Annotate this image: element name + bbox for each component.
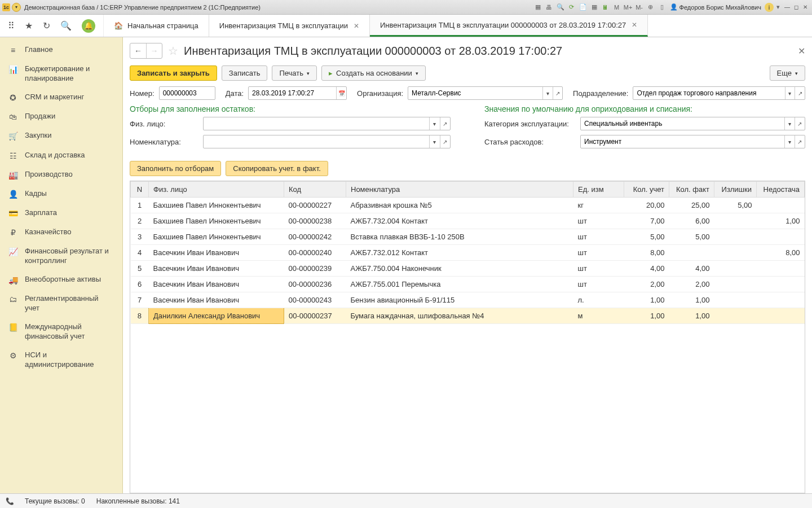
col-code[interactable]: Код <box>284 182 346 198</box>
panel-icon[interactable]: ▯ <box>657 3 667 12</box>
dropdown-icon[interactable]: ▾ <box>785 87 795 99</box>
calculator-icon[interactable]: 🖩 <box>601 3 610 12</box>
zoom-in-icon[interactable]: ⊕ <box>646 3 655 12</box>
print-button[interactable]: Печать▾ <box>272 65 317 81</box>
close-icon[interactable]: ✕ <box>632 21 637 29</box>
app-menu-dropdown[interactable]: ▾ <box>12 3 21 12</box>
col-surplus[interactable]: Излишки <box>714 182 757 198</box>
create-based-on-button[interactable]: ▸Создать на основании▾ <box>321 65 426 81</box>
sidebar-item[interactable]: ☷Склад и доставка <box>0 146 122 165</box>
save-button[interactable]: Записать <box>222 65 268 81</box>
history-icon[interactable]: ↻ <box>43 20 50 31</box>
number-input[interactable] <box>160 89 215 97</box>
tab-inventory-list[interactable]: Инвентаризация ТМЦ в эксплуатации ✕ <box>209 15 370 37</box>
person-filter-input[interactable] <box>204 120 429 128</box>
tab-home[interactable]: 🏠 Начальная страница <box>104 15 209 37</box>
close-document-button[interactable]: ✕ <box>798 46 805 56</box>
search-file-icon[interactable]: 🔍 <box>556 3 565 12</box>
memory-m-icon[interactable]: M <box>612 3 621 12</box>
nomen-filter-wrap: ▾ ↗ <box>203 135 451 148</box>
date-input[interactable] <box>249 89 336 97</box>
dropdown-icon[interactable]: ▾ <box>784 135 795 148</box>
refresh-icon[interactable]: ⟳ <box>567 3 576 12</box>
col-unit[interactable]: Ед. изм <box>573 182 624 198</box>
sidebar-item[interactable]: 🛒Закупки <box>0 126 122 146</box>
open-ref-icon[interactable]: ↗ <box>795 135 805 148</box>
user-menu[interactable]: 👤 Федоров Борис Михайлович <box>670 3 761 11</box>
fill-by-filter-button[interactable]: Заполнить по отборам <box>130 161 221 176</box>
table-row[interactable]: 6 Васечкин Иван Иванович 00-00000236 АЖБ… <box>131 277 805 292</box>
sidebar-item[interactable]: 📈Финансовый результат и контроллинг <box>0 242 122 270</box>
cell-nomen: АЖБ7.750.004 Наконечник <box>346 261 573 277</box>
sidebar-item[interactable]: 🏭Производство <box>0 165 122 185</box>
sidebar-item[interactable]: 📒Международный финансовый учет <box>0 318 122 346</box>
apps-grid-icon[interactable]: ⠿ <box>8 20 15 31</box>
notifications-bell-icon[interactable]: 🔔 <box>82 19 95 33</box>
forward-button[interactable]: → <box>146 43 162 58</box>
dropdown-icon[interactable]: ▾ <box>429 135 439 148</box>
minimize-button[interactable]: — <box>783 3 792 11</box>
table-row[interactable]: 4 Васечкин Иван Иванович 00-00000240 АЖБ… <box>131 245 805 261</box>
more-button[interactable]: Еще▾ <box>770 65 805 81</box>
back-button[interactable]: ← <box>130 43 146 58</box>
open-ref-icon[interactable]: ↗ <box>440 135 450 148</box>
close-icon[interactable]: ✕ <box>354 22 359 30</box>
cell-surplus <box>714 261 757 277</box>
sidebar-item[interactable]: 🗂Регламентированный учет <box>0 290 122 318</box>
sidebar-item[interactable]: 👤Кадры <box>0 185 122 204</box>
dropdown-icon[interactable]: ▾ <box>784 117 795 130</box>
search-icon[interactable]: 🔍 <box>60 20 72 31</box>
table-row[interactable]: 2 Бахшиев Павел Иннокентьевич 00-0000023… <box>131 213 805 229</box>
calendar-picker-icon[interactable]: 📅 <box>336 87 346 99</box>
sidebar-item[interactable]: ✪CRM и маркетинг <box>0 88 122 107</box>
dropdown-icon[interactable]: ▾ <box>542 87 552 99</box>
sidebar-item-icon: 🗂 <box>8 294 18 304</box>
calendar-icon[interactable]: ▦ <box>590 3 599 12</box>
info-icon[interactable]: i <box>765 3 774 12</box>
sidebar-item[interactable]: ≡Главное <box>0 41 122 60</box>
maximize-button[interactable]: ◻ <box>792 3 801 11</box>
table-row[interactable]: 7 Васечкин Иван Иванович 00-00000243 Бен… <box>131 292 805 308</box>
items-table[interactable]: N Физ. лицо Код Номенклатура Ед. изм Кол… <box>130 181 805 493</box>
table-row[interactable]: 1 Бахшиев Павел Иннокентьевич 00-0000022… <box>131 198 805 213</box>
sidebar-item[interactable]: ₽Казначейство <box>0 223 122 242</box>
sidebar-item[interactable]: 💳Зарплата <box>0 204 122 223</box>
sidebar-item[interactable]: 🚚Внеоборотные активы <box>0 270 122 290</box>
category-input[interactable] <box>581 120 784 128</box>
dropdown-icon[interactable]: ▾ <box>429 117 439 130</box>
col-qty-acc[interactable]: Кол. учет <box>624 182 669 198</box>
nomen-filter-input[interactable] <box>204 138 429 146</box>
copy-to-fact-button[interactable]: Скопировать учет. в факт. <box>226 161 328 176</box>
open-ref-icon[interactable]: ↗ <box>440 117 450 130</box>
copy-icon[interactable]: 📄 <box>579 3 588 12</box>
print-preview-icon[interactable]: ▦ <box>533 3 542 12</box>
col-shortage[interactable]: Недостача <box>757 182 805 198</box>
open-ref-icon[interactable]: ↗ <box>795 117 805 130</box>
dept-input[interactable] <box>633 89 784 97</box>
favorite-star-icon[interactable]: ☆ <box>168 44 178 58</box>
col-nomen[interactable]: Номенклатура <box>346 182 573 198</box>
table-row[interactable]: 8 Данилкин Александр Иванович 00-0000023… <box>131 308 805 324</box>
table-row[interactable]: 5 Васечкин Иван Иванович 00-00000239 АЖБ… <box>131 261 805 277</box>
save-and-close-button[interactable]: Записать и закрыть <box>130 65 217 81</box>
col-n[interactable]: N <box>131 182 149 198</box>
favorites-star-icon[interactable]: ★ <box>25 20 33 31</box>
memory-mminus-icon[interactable]: M- <box>635 3 644 12</box>
home-icon: 🏠 <box>114 21 123 30</box>
sidebar-item[interactable]: ⚙НСИ и администрирование <box>0 346 122 374</box>
table-row[interactable]: 3 Бахшиев Павел Иннокентьевич 00-0000024… <box>131 229 805 245</box>
expense-input[interactable] <box>581 138 784 146</box>
memory-mplus-icon[interactable]: M+ <box>624 3 633 12</box>
sidebar-item[interactable]: 🛍Продажи <box>0 107 122 126</box>
col-qty-fact[interactable]: Кол. факт <box>669 182 714 198</box>
print-icon[interactable]: 🖶 <box>545 3 554 12</box>
sidebar-item[interactable]: 📊Бюджетирование и планирование <box>0 60 122 88</box>
open-ref-icon[interactable]: ↗ <box>553 87 562 99</box>
open-ref-icon[interactable]: ↗ <box>795 87 805 99</box>
tab-inventory-doc[interactable]: Инвентаризация ТМЦ в эксплуатации 000000… <box>370 15 648 37</box>
sidebar-item-label: Главное <box>25 45 53 55</box>
org-input[interactable] <box>408 89 542 97</box>
col-person[interactable]: Физ. лицо <box>149 182 284 198</box>
close-window-button[interactable]: ✕ <box>801 3 810 11</box>
info-dropdown-icon[interactable]: ▾ <box>774 3 783 12</box>
